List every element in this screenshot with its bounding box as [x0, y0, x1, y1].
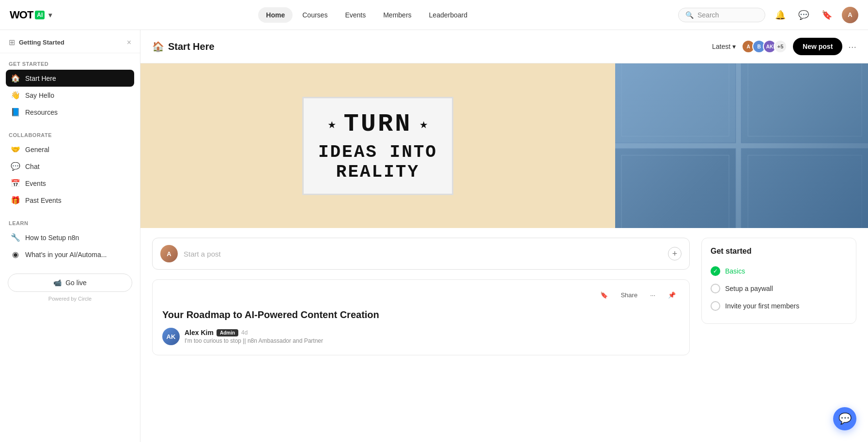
- search-icon: 🔍: [685, 11, 694, 19]
- checklist-item-invite[interactable]: Invite your first members: [711, 297, 847, 315]
- content-area: 🏠 Start Here Latest ▾ A B AK +5 New post…: [140, 30, 868, 442]
- pin-post-button[interactable]: 📌: [664, 290, 680, 301]
- start-post-placeholder: Start a post: [184, 250, 662, 258]
- sidebar-item-how-to-setup-label: How to Setup n8n: [25, 234, 129, 242]
- sidebar-header-title: Getting Started: [19, 39, 64, 46]
- sidebar-section-learn: Learn 🔧 How to Setup n8n ◉ What's in you…: [0, 213, 140, 267]
- sidebar-item-chat-label: Chat: [25, 163, 129, 170]
- sort-dropdown[interactable]: Latest ▾: [712, 43, 736, 50]
- channel-header: 🏠 Start Here Latest ▾ A B AK +5 New post…: [140, 30, 868, 63]
- logo-text: WOT: [10, 9, 33, 21]
- member-count: +5: [774, 40, 787, 53]
- logo-chevron-icon[interactable]: ▾: [48, 11, 51, 19]
- admin-badge: Admin: [217, 329, 238, 336]
- sidebar-item-say-hello[interactable]: 👋 Say Hello: [6, 87, 134, 104]
- nav-members[interactable]: Members: [375, 7, 419, 23]
- topnav-links: Home Courses Events Members Leaderboard: [55, 7, 678, 23]
- sidebar-item-past-events-label: Past Events: [25, 197, 129, 204]
- checklist-invite-label: Invite your first members: [725, 302, 799, 310]
- new-post-button[interactable]: New post: [793, 38, 842, 55]
- notifications-button[interactable]: 🔔: [772, 7, 789, 23]
- sidebar-close-button[interactable]: ×: [127, 38, 131, 47]
- go-live-label: Go live: [65, 279, 87, 287]
- sidebar: ⊞ Getting Started × Get Started 🏠 Start …: [0, 30, 140, 442]
- start-post-plus-icon[interactable]: +: [668, 247, 682, 260]
- topnav-right: 🔍 Search 🔔 💬 🔖 A: [678, 7, 858, 23]
- nav-events[interactable]: Events: [337, 7, 373, 23]
- chat-bubble-icon: 💬: [838, 412, 852, 425]
- sidebar-item-resources[interactable]: 📘 Resources: [6, 104, 134, 121]
- sidebar-item-events[interactable]: 📅 Events: [6, 175, 134, 192]
- sidebar-item-past-events[interactable]: 🎁 Past Events: [6, 192, 134, 209]
- author-name[interactable]: Alex Kim: [185, 329, 214, 336]
- sidebar-header-icon: ⊞: [9, 38, 15, 47]
- more-post-button[interactable]: ···: [646, 290, 659, 301]
- hero-star-left: ★: [328, 116, 336, 132]
- hero-lightbox: ★ TURN ★ IDEAS INTO REALITY: [302, 97, 453, 195]
- hero-star-right: ★: [419, 116, 428, 132]
- sidebar-item-how-to-setup[interactable]: 🔧 How to Setup n8n: [6, 229, 134, 246]
- channel-emoji: 🏠: [152, 41, 164, 52]
- author-avatar: AK: [162, 328, 180, 345]
- hero-ice-overlay: [615, 63, 868, 228]
- member-avatars[interactable]: A B AK +5: [742, 40, 787, 53]
- nav-leaderboard[interactable]: Leaderboard: [421, 7, 475, 23]
- bookmarks-button[interactable]: 🔖: [819, 7, 835, 23]
- hero-reality: REALITY: [318, 162, 437, 182]
- search-bar[interactable]: 🔍 Search: [678, 8, 765, 22]
- share-post-button[interactable]: Share: [617, 290, 641, 301]
- hero-row-1: ★ TURN ★: [318, 110, 437, 138]
- powered-by-label: Powered by Circle: [8, 296, 132, 302]
- author-bio: I'm too curious to stop || n8n Ambassado…: [185, 337, 680, 344]
- sidebar-item-start-here-label: Start Here: [25, 75, 129, 82]
- hero-right: [615, 63, 868, 228]
- feed-sidebar: Get started ✓ Basics Setup a paywall Inv…: [701, 238, 856, 324]
- channel-header-right: Latest ▾ A B AK +5 New post ···: [712, 38, 856, 55]
- go-live-icon: 📹: [53, 279, 62, 287]
- more-options-button[interactable]: ···: [848, 41, 856, 52]
- sidebar-section-label-collaborate: Collaborate: [6, 132, 134, 138]
- logo[interactable]: WOTAI ▾: [10, 9, 51, 21]
- check-empty-icon-paywall: [711, 284, 720, 293]
- general-icon: 🤝: [11, 145, 20, 154]
- sidebar-item-whats-in-ai[interactable]: ◉ What's in your AI/Automa...: [6, 246, 134, 263]
- checklist-item-basics[interactable]: ✓ Basics: [711, 262, 847, 280]
- sidebar-section-label-get-started: Get Started: [6, 61, 134, 67]
- checklist-paywall-label: Setup a paywall: [725, 285, 773, 292]
- logo-ai-badge: AI: [35, 11, 45, 19]
- chat-bubble-button[interactable]: 💬: [833, 407, 856, 430]
- check-empty-icon-invite: [711, 301, 720, 311]
- feed-layout: A Start a post + 🔖 Share ··· 📌 Your Road…: [140, 228, 868, 365]
- post-card: 🔖 Share ··· 📌 Your Roadmap to AI-Powered…: [152, 279, 690, 355]
- main-layout: ⊞ Getting Started × Get Started 🏠 Start …: [0, 30, 868, 442]
- share-label: Share: [620, 291, 637, 299]
- sidebar-item-start-here[interactable]: 🏠 Start Here: [6, 70, 134, 87]
- go-live-button[interactable]: 📹 Go live: [8, 274, 132, 292]
- feed-main: A Start a post + 🔖 Share ··· 📌 Your Road…: [152, 238, 690, 355]
- post-title: Your Roadmap to AI-Powered Content Creat…: [162, 308, 680, 321]
- hero-left: ★ TURN ★ IDEAS INTO REALITY: [140, 63, 615, 228]
- sidebar-item-events-label: Events: [25, 180, 129, 187]
- sidebar-item-chat[interactable]: 💬 Chat: [6, 158, 134, 175]
- author-name-row: Alex Kim Admin 4d: [185, 329, 680, 336]
- post-author-row: AK Alex Kim Admin 4d I'm too curious to …: [162, 328, 680, 345]
- checklist-item-paywall[interactable]: Setup a paywall: [711, 280, 847, 297]
- whats-in-ai-icon: ◉: [11, 250, 20, 259]
- sidebar-item-general[interactable]: 🤝 General: [6, 141, 134, 158]
- get-started-title: Get started: [711, 247, 847, 256]
- hero-turn: TURN: [344, 110, 412, 138]
- sidebar-section-collaborate: Collaborate 🤝 General 💬 Chat 📅 Events 🎁 …: [0, 124, 140, 213]
- post-actions-row: 🔖 Share ··· 📌: [162, 290, 680, 301]
- nav-courses[interactable]: Courses: [294, 7, 335, 23]
- sidebar-header: ⊞ Getting Started ×: [0, 30, 140, 53]
- nav-home[interactable]: Home: [258, 7, 293, 23]
- messages-button[interactable]: 💬: [795, 7, 812, 23]
- say-hello-icon: 👋: [11, 91, 20, 100]
- author-info: Alex Kim Admin 4d I'm too curious to sto…: [185, 329, 680, 344]
- channel-title-row: 🏠 Start Here: [152, 41, 215, 52]
- user-avatar[interactable]: A: [842, 7, 858, 23]
- start-post-box[interactable]: A Start a post +: [152, 238, 690, 270]
- how-to-setup-icon: 🔧: [11, 233, 20, 242]
- bookmark-post-button[interactable]: 🔖: [596, 290, 612, 301]
- channel-title: Start Here: [168, 41, 215, 52]
